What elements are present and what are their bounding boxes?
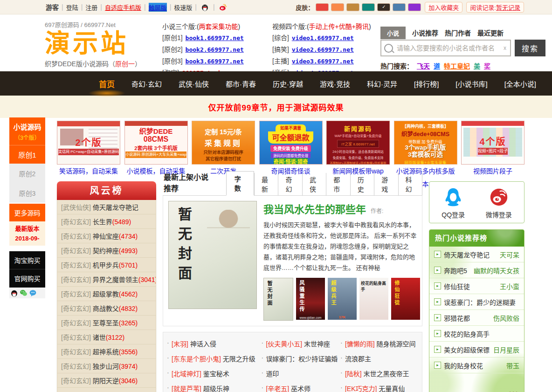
weibo-login-button[interactable]: 微博登录 <box>486 186 512 219</box>
ad-banner-image[interactable]: 4个版 视频+图片+段子 <box>461 121 524 165</box>
search-quick-link[interactable]: 最近更新 <box>477 28 504 37</box>
wechat-icon[interactable] <box>20 289 28 297</box>
category-tab[interactable]: 历史 <box>350 173 374 195</box>
search-quick-link[interactable]: 热门作者 <box>445 28 471 37</box>
ranking-list-item[interactable]: [奇幻玄幻]诸世(3122) <box>57 330 156 344</box>
featured-book-cover[interactable]: 暂无封面 <box>168 201 257 309</box>
search-tab-novel[interactable]: 小说 <box>380 27 406 39</box>
book-list-item[interactable]: [东东是个胆小鬼] 无限之升级 <box>165 351 259 366</box>
ranking-list-item[interactable]: [奇幻玄幻]契约神座(4993) <box>57 243 156 258</box>
category-tab[interactable]: 奇幻 <box>278 173 302 195</box>
search-input[interactable] <box>396 44 500 52</box>
site-logo[interactable]: 演示站 <box>45 30 156 57</box>
book-list-item[interactable]: [北域神灯] 鉴宝秘术 <box>165 366 259 381</box>
clear-search-icon[interactable]: x <box>500 45 510 51</box>
ad-banner[interactable]: 定制 15元/条 采集规则 只针对本店源码程序 其它程序请勿打扰 二次开发 <box>192 121 255 177</box>
add-favorite-button[interactable]: 加入收藏夹 <box>425 2 462 13</box>
hot-rank-item[interactable]: ▸ 美女的超级保镖 日月星辰 <box>429 342 524 358</box>
nav-item[interactable]: 武侠·仙侠 <box>179 79 209 89</box>
ranking-list-item[interactable]: [奇幻玄幻]孽书(2914) <box>57 388 156 392</box>
hot-rank-item[interactable]: ▸ 倚天屠龙夺艳记 天可呆 <box>429 247 524 262</box>
ranking-list-item[interactable]: [奇幻玄幻]至尊至圣(3265) <box>57 316 156 330</box>
book-list-item[interactable]: [末羽] 神话入侵 <box>165 336 259 351</box>
book-cover-thumb[interactable]: 暂无封面 <box>263 278 293 321</box>
video-site-link[interactable]: video3.669977.net <box>292 58 354 65</box>
book-list-item[interactable]: 流浪郡主 <box>338 351 420 366</box>
sidebar-item[interactable]: 原创2 <box>9 164 45 183</box>
book-list-item[interactable]: 道印 <box>259 366 338 381</box>
ad-banner-image[interactable]: 如果不满意 可全额退款 免费安装 免费升级 源码的问题都免费处理 奇闻·怪谈·猎… <box>259 121 323 165</box>
hot-rank-item[interactable]: ▸ 邪猎花都 伤风败俗 <box>429 310 524 326</box>
video-site-link[interactable]: video1.669977.net <box>292 34 354 41</box>
ad-banner-image[interactable]: 定制 15元/条 采集规则 只针对本店源码程序 其它程序请勿打扰 <box>192 121 255 165</box>
qq-contact-icon[interactable] <box>10 289 18 297</box>
hot-search-link[interactable]: 奖 <box>484 62 490 70</box>
category-tab[interactable]: 都市 <box>326 173 350 195</box>
ad-banner[interactable]: 2个版 笑话网 PC+wap+自动采集+原创源码 笑话源码，自动采集 <box>57 121 120 177</box>
nav-item[interactable]: 科幻·灵异 <box>367 79 397 89</box>
skin-swatch[interactable] <box>408 3 421 11</box>
ad-banner-image[interactable]: 【两种内核，三套模板】 织梦dede+08CMS 带数据 加 免费升级 3个wa… <box>394 121 457 165</box>
register-link[interactable]: 注册 <box>85 3 97 12</box>
book-cover-thumb[interactable]: 修仙狂徒 <box>391 278 420 320</box>
book-list-item[interactable]: [EK巧克力] 无量真仙 <box>338 381 420 392</box>
category-tab[interactable]: 科幻 <box>398 173 422 195</box>
buy-button[interactable]: 淘宝购买 <box>9 251 45 269</box>
ad-banner[interactable]: 新闻源码 WAP手机版+自动采集+免费升级 IT之家 it.669977.net… <box>326 121 390 177</box>
nav-item[interactable]: 奇幻·玄幻 <box>131 79 162 89</box>
search-quick-link[interactable]: 小说推荐 <box>412 28 438 37</box>
search-button[interactable]: 搜索 <box>515 40 545 56</box>
nav-item[interactable]: [小说书库] <box>455 79 487 89</box>
ad-banner-image[interactable]: 织梦DEDE 08CMS 2套内核 3个手机版 小说源码 原创源码+大车头采集+… <box>124 121 188 165</box>
ad-banner-image[interactable]: 新闻源码 WAP手机版+自动采集+免费升级 IT之家 it.669977.net… <box>326 121 390 165</box>
hot-rank-item[interactable]: ▸ 误惹豪门：爵少的迷糊妻 <box>429 294 524 310</box>
ranking-list-item[interactable]: [武侠仙侠]倚天屠龙夺艳记 <box>57 200 156 214</box>
hot-rank-item[interactable]: ▸ 校花的贴身高手 <box>429 326 524 342</box>
category-tab[interactable]: 武侠 <box>302 173 326 195</box>
ranking-list-item[interactable]: [奇幻玄幻]阴阳天逆(3046) <box>57 373 156 388</box>
book-list-item[interactable]: [伙夫黄小五] 末世神座 <box>259 336 338 351</box>
book-list-item[interactable]: [陆秋] 末世之黑夜帝王 <box>338 366 420 381</box>
hot-search-link[interactable]: 飞天 <box>417 62 430 70</box>
ranking-list-item[interactable]: [奇幻玄幻]长生界(5489) <box>57 214 156 229</box>
ad-banner[interactable]: 织梦DEDE 08CMS 2套内核 3个手机版 小说源码 原创源码+大车头采集+… <box>124 121 188 177</box>
qq-icon[interactable] <box>201 3 209 11</box>
sidebar-item-yc1[interactable]: 原创1 <box>9 145 45 164</box>
ad-banner[interactable]: 如果不满意 可全额退款 免费安装 免费升级 源码的问题都免费处理 奇闻·怪谈·猎… <box>259 121 323 177</box>
ranking-list-item[interactable]: [奇幻玄幻]超级掌教(4562) <box>57 287 156 301</box>
book-list-item[interactable]: [辛老五] 巫术师 <box>259 381 338 392</box>
chat-bubble-icon[interactable] <box>29 289 37 297</box>
nav-item[interactable]: 都市·青春 <box>226 79 256 89</box>
skin-swatch[interactable] <box>362 3 375 11</box>
sidebar-item[interactable]: 原创3 <box>9 183 45 203</box>
sidebar-more-button[interactable]: 更多源码 <box>9 204 45 221</box>
featured-book-title[interactable]: 我当风水先生的那些年 <box>263 204 366 215</box>
novel-site-link[interactable]: book3.669977.net <box>186 58 244 65</box>
ad-banner[interactable]: 【两种内核，三套模板】 织梦dede+08CMS 带数据 加 免费升级 3个wa… <box>394 121 457 177</box>
hot-rank-item[interactable]: ▸ 我的贴身校花 带玉 <box>429 358 524 373</box>
video-site-link[interactable]: video2.669977.net <box>292 46 354 53</box>
book-cover-thumb[interactable]: 校花的贴身高手 <box>359 278 388 320</box>
buy-button[interactable]: 官网购买 <box>9 269 45 288</box>
skin-swatch[interactable]: ✓ <box>377 3 390 11</box>
hot-rank-item[interactable]: ▸ 奔跑吧5 幽默的晴天女孩 <box>429 262 524 278</box>
novel-site-link[interactable]: book2.669977.net <box>186 46 244 53</box>
nav-item-home[interactable]: 首页 <box>99 78 115 89</box>
ranking-list-item[interactable]: [奇幻玄幻]异界之魔兽领主(3041) <box>57 272 156 287</box>
qq-login-button[interactable]: QQ登录 <box>442 186 465 219</box>
nav-item[interactable]: 游戏·竞技 <box>320 79 350 89</box>
novel-site-link[interactable]: book1.669977.net <box>186 34 244 41</box>
category-tab[interactable]: 最新 <box>254 173 278 195</box>
weibo-icon[interactable] <box>219 3 227 11</box>
ranking-list-item[interactable]: [奇幻玄幻]超神系统(3556) <box>57 344 156 359</box>
book-list-item[interactable]: [就是芦苇] 超级乐神 <box>165 381 259 392</box>
skin-swatch[interactable] <box>316 3 329 11</box>
nav-item[interactable]: [排行榜] <box>414 79 439 89</box>
ranking-list-item[interactable]: [奇幻玄幻]神仙宝座(4734) <box>57 229 156 243</box>
ranking-list-item[interactable]: [奇幻玄幻]独步山河(3974) <box>57 359 156 373</box>
more-link[interactable]: more>>> <box>496 390 519 392</box>
ad-banner-image[interactable]: 2个版 笑话网 PC+wap+自动采集+原创源码 <box>57 121 120 165</box>
hot-rank-item[interactable]: ▸ 修仙狂徒 王小蛮 <box>429 278 524 294</box>
ranking-list-item[interactable]: [奇幻玄幻]商战教父(4832) <box>57 301 156 316</box>
login-link[interactable]: 登陆 <box>66 3 78 12</box>
